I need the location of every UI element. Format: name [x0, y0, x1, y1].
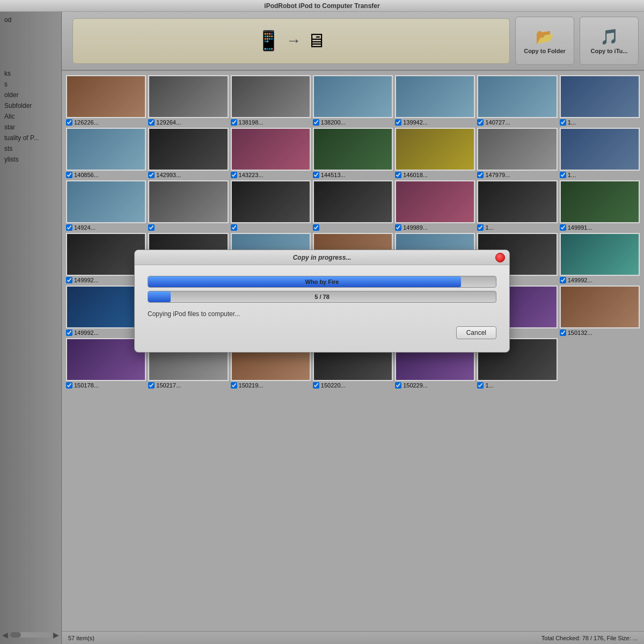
title-bar: iPodRobot iPod to Computer Transfer: [0, 0, 644, 12]
current-file-name: Who by Fire: [305, 279, 339, 285]
copy-progress-modal: Copy in progress... Who by Fire 5 / 78 C…: [134, 250, 510, 353]
modal-body: Who by Fire 5 / 78 Copying iPod files to…: [135, 265, 509, 352]
window-title: iPodRobot iPod to Computer Transfer: [264, 2, 379, 10]
modal-title: Copy in progress...: [293, 254, 352, 261]
overall-progress-track: 5 / 78: [148, 291, 496, 303]
file-progress-track: Who by Fire: [148, 276, 496, 288]
overall-progress-label: 5 / 78: [148, 291, 496, 302]
modal-overlay: Copy in progress... Who by Fire 5 / 78 C…: [0, 12, 644, 644]
modal-titlebar: Copy in progress...: [135, 250, 509, 265]
progress-counter: 5 / 78: [314, 294, 330, 300]
modal-close-button[interactable]: [495, 253, 505, 262]
modal-footer: Cancel: [148, 326, 496, 341]
file-progress-label: Who by Fire: [148, 276, 496, 287]
cancel-button[interactable]: Cancel: [456, 326, 496, 339]
modal-status-text: Copying iPod files to computer...: [148, 310, 496, 318]
